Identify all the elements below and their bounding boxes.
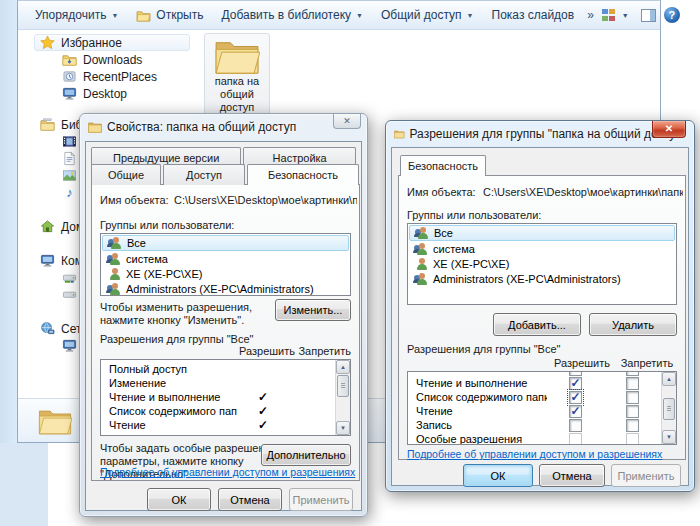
deny-checkbox[interactable] — [626, 371, 639, 376]
advanced-button[interactable]: Дополнительно — [261, 444, 351, 466]
learn-more-link[interactable]: Подробнее об управлении доступом и разре… — [100, 466, 355, 478]
permission-row[interactable]: Особые разрешения — [408, 432, 676, 445]
sidebar-item-downloads[interactable]: Downloads — [18, 51, 196, 68]
apply-button[interactable]: Применить — [611, 464, 681, 487]
preview-pane-icon[interactable] — [641, 9, 656, 22]
dialog-titlebar[interactable]: Разрешения для группы "папка на общий до… — [394, 121, 686, 147]
group-row[interactable]: XE (XE-PC\XE) — [102, 266, 349, 281]
deny-checkbox[interactable] — [626, 377, 639, 390]
permissions-dialog: Разрешения для группы "папка на общий до… — [385, 120, 695, 492]
monitor-icon — [62, 86, 77, 101]
scroll-down-icon[interactable]: ▼ — [662, 430, 676, 444]
object-name-label: Имя объекта: — [100, 194, 169, 206]
apply-button[interactable]: Применить — [289, 488, 353, 511]
sidebar-label: Desktop — [83, 87, 127, 101]
permission-row[interactable]: Чтение и выполнение✓ — [101, 390, 350, 404]
organize-label: Упорядочить — [35, 8, 106, 22]
deny-column-header: Запретить — [298, 345, 351, 357]
permission-row[interactable]: Список содержимого папки✓ — [101, 404, 350, 418]
scroll-up-icon[interactable]: ▲ — [336, 360, 350, 374]
deny-checkbox[interactable] — [626, 391, 639, 404]
close-icon[interactable]: ✕ — [652, 121, 686, 138]
allow-checkbox[interactable] — [569, 377, 582, 390]
film-icon — [62, 134, 77, 149]
permission-row[interactable]: Изменение — [101, 376, 350, 390]
scroll-up-icon[interactable]: ▲ — [662, 372, 676, 386]
allow-column-header: Разрешить — [239, 345, 295, 357]
permission-row[interactable]: Чтение — [408, 404, 676, 418]
tab-customize[interactable]: Настройка — [243, 147, 356, 165]
scroll-thumb[interactable] — [663, 398, 675, 420]
permission-row[interactable]: Запись — [101, 432, 350, 436]
allow-checkbox[interactable] — [569, 433, 582, 446]
add-button[interactable]: Добавить... — [493, 313, 581, 336]
deny-checkbox[interactable] — [626, 433, 639, 446]
permission-row[interactable]: Запись — [408, 418, 676, 432]
tab-previous-versions[interactable]: Предыдущие версии — [91, 147, 241, 165]
allow-checkbox[interactable] — [569, 391, 582, 404]
scroll-thumb[interactable] — [337, 375, 349, 397]
open-button[interactable]: Открыть — [127, 5, 212, 25]
ok-button[interactable]: ОК — [147, 488, 211, 511]
share-menu[interactable]: Общий доступ ▼ — [372, 5, 483, 25]
libraries-icon — [40, 117, 55, 132]
organize-menu[interactable]: Упорядочить ▼ — [26, 5, 127, 25]
dialog-titlebar[interactable]: Свойства: папка на общий доступ — [88, 114, 359, 140]
chevron-down-icon: ▼ — [622, 12, 629, 19]
permission-row[interactable]: Чтение✓ — [101, 418, 350, 432]
groups-label: Группы или пользователи: — [100, 219, 234, 231]
group-row[interactable]: система — [102, 251, 349, 266]
group-row[interactable]: XE (XE-PC\XE) — [409, 256, 675, 271]
chevron-down-icon: ▼ — [467, 12, 474, 19]
folder-tile-selected[interactable]: папка на общий доступ — [204, 33, 270, 118]
help-icon[interactable]: ? — [664, 7, 680, 23]
learn-more-link[interactable]: Подробнее об управлении доступом и разре… — [407, 448, 662, 460]
cancel-button[interactable]: Отмена — [218, 488, 282, 511]
users-icon — [105, 252, 121, 266]
scrollbar[interactable]: ▲ ▼ — [335, 360, 350, 435]
tab-security[interactable]: Безопасность — [400, 155, 486, 176]
sidebar-item-recentplaces[interactable]: RecentPlaces — [18, 68, 196, 85]
scroll-down-icon[interactable]: ▼ — [336, 421, 350, 435]
permission-row[interactable]: Полный доступ — [101, 362, 350, 376]
group-name: XE (XE-PC\XE) — [126, 268, 202, 280]
remove-button[interactable]: Удалить — [589, 313, 677, 336]
group-name: XE (XE-PC\XE) — [433, 258, 509, 270]
close-icon[interactable]: ✕ — [333, 114, 361, 129]
tab-general[interactable]: Общие — [91, 164, 161, 185]
users-icon — [105, 282, 121, 296]
deny-checkbox[interactable] — [626, 419, 639, 432]
sidebar-item-favorites[interactable]: Избранное — [34, 34, 190, 51]
add-to-library-menu[interactable]: Добавить в библиотеку ▼ — [213, 5, 372, 25]
dialog-body: Предыдущие версии Настройка Общие Доступ… — [85, 141, 362, 511]
sidebar-label: Избранное — [61, 36, 122, 50]
sidebar-label: Downloads — [83, 53, 142, 67]
group-row[interactable]: Administrators (XE-PC\Administrators) — [102, 281, 349, 296]
groups-listbox[interactable]: Все система XE (XE-PC\XE) Administrators… — [407, 223, 677, 305]
permissions-listbox[interactable]: Чтение и выполнение Список содержимого п… — [407, 371, 677, 445]
group-row[interactable]: Все — [102, 235, 349, 251]
slideshow-button[interactable]: Показ слайдов — [483, 5, 584, 25]
permission-row[interactable]: Чтение и выполнение — [408, 376, 676, 390]
permissions-listbox[interactable]: Полный доступ Изменение Чтение и выполне… — [100, 359, 351, 436]
folder-icon — [394, 128, 405, 140]
allow-checkbox[interactable] — [569, 405, 582, 418]
group-name: Administrators (XE-PC\Administrators) — [126, 283, 314, 295]
group-row[interactable]: Все — [409, 225, 675, 241]
ok-button[interactable]: ОК — [463, 464, 533, 487]
edit-button[interactable]: Изменить... — [275, 299, 351, 321]
toolbar-overflow-chevron[interactable]: » — [583, 8, 598, 22]
chevron-down-icon: ▼ — [111, 12, 118, 19]
scrollbar[interactable]: ▲ ▼ — [661, 372, 676, 444]
group-row[interactable]: система — [409, 241, 675, 256]
tab-sharing[interactable]: Доступ — [163, 164, 245, 185]
permission-row[interactable]: Список содержимого папки — [408, 390, 676, 404]
cancel-button[interactable]: Отмена — [539, 464, 605, 487]
views-button[interactable]: ▼ — [598, 6, 633, 25]
tab-security[interactable]: Безопасность — [247, 164, 359, 185]
sidebar-item-desktop[interactable]: Desktop — [18, 85, 196, 102]
groups-listbox[interactable]: Все система XE (XE-PC\XE) Administrators… — [100, 233, 351, 296]
deny-checkbox[interactable] — [626, 405, 639, 418]
group-row[interactable]: Administrators (XE-PC\Administrators) — [409, 271, 675, 286]
allow-checkbox[interactable] — [569, 419, 582, 432]
